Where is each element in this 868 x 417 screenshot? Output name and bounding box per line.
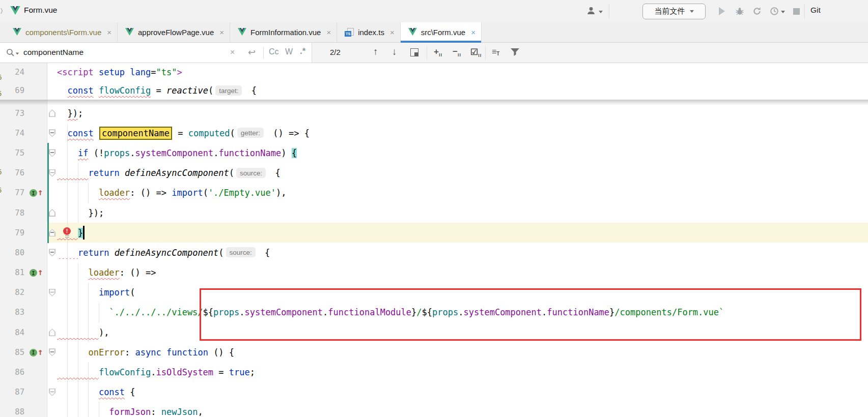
next-occurrence-icon[interactable]: ↓ [392,46,397,57]
error-bulb-icon[interactable]: ! [63,227,72,239]
code-text: const { [57,387,135,397]
clipped-digit-fragment: 6 [0,73,4,81]
divider [609,4,609,18]
tab-label: index.ts [358,28,384,37]
run-icon[interactable] [719,7,725,15]
editor-tab[interactable]: components\Form.vue× [5,22,118,42]
code-line-24[interactable]: 24<script setup lang="ts"> [0,63,868,81]
profiler-icon[interactable] [770,7,779,18]
fold-marker-icon[interactable] [49,348,55,356]
code-editor[interactable]: 73 });74 const componentName = computed(… [0,103,868,417]
code-token: . [239,307,244,317]
code-token: { [246,85,256,96]
code-line-76[interactable]: 76 return defineAsyncComponent(source: { [0,163,868,183]
whole-words-toggle[interactable]: W [285,47,293,56]
code-token: } [609,307,614,317]
add-occurrence-icon[interactable]: +II [434,47,442,57]
code-text: const componentName = computed(getter: (… [57,128,310,138]
code-line-69[interactable]: 69 const flowConfig = reactive(target: { [0,81,868,100]
profiler-caret-icon[interactable] [781,11,785,13]
run-config-caret-icon [690,10,694,13]
code-line-79[interactable]: 79! } [0,223,868,243]
close-tab-icon[interactable]: × [390,28,395,37]
line-number: 85 [0,348,24,357]
coverage-icon[interactable] [752,7,762,18]
filter-lines-icon[interactable]: ≡T [492,47,499,56]
code-token: <script [57,67,94,77]
editor-tab[interactable]: src\Form.vue× [401,22,482,42]
code-line-87[interactable]: 87 const { [0,382,868,402]
fold-marker-icon[interactable] [49,149,55,157]
code-line-74[interactable]: 74 const componentName = computed(getter… [0,123,868,143]
select-all-occurrences-icon[interactable]: ☑II [470,47,482,57]
code-line-85[interactable]: 85I↑ onError: async function () { [0,342,868,362]
code-token [57,387,99,397]
code-token: ) [281,148,291,158]
editor-tab[interactable]: approveFlowPage.vue× [118,22,230,42]
user-dropdown-caret-icon[interactable] [599,11,603,13]
debug-icon[interactable] [735,7,744,18]
code-line-88[interactable]: 88 formJson: newJson, [0,402,868,417]
code-line-86[interactable]: 86 flowConfig.isOldSystem = true; [0,362,868,382]
titlebar: 〉 Form.vue 当前文件 Git [0,0,868,23]
search-input[interactable]: componentName [23,48,83,57]
git-menu-label[interactable]: Git [810,6,821,15]
fold-marker-icon[interactable] [49,109,55,117]
code-line-75[interactable]: 75 if (!props.systemComponent.functionNa… [0,143,868,163]
code-token: . [130,148,135,158]
fold-marker-icon[interactable] [49,229,55,236]
search-options-caret-icon[interactable] [16,53,19,55]
implementation-marker-icon[interactable]: I↑ [30,348,46,358]
code-line-81[interactable]: 81I↑ loader: () => [0,263,868,283]
close-tab-icon[interactable]: × [219,28,224,37]
code-line-80[interactable]: 80 return defineAsyncComponent(source: { [0,243,868,262]
code-line-82[interactable]: 82 import( [0,283,868,303]
code-token: ( [130,287,135,297]
newline-icon[interactable]: ↩ [248,47,256,58]
code-token: ( [208,85,213,96]
fold-marker-icon[interactable] [49,249,55,256]
code-token: : () => [130,188,172,198]
stop-icon[interactable] [793,8,800,15]
implementation-marker-icon[interactable]: I↑ [30,188,46,198]
editor-tab[interactable]: FormInformation.vue× [230,22,337,42]
code-line-84[interactable]: 84 ), [0,322,868,342]
clear-search-icon[interactable]: × [230,48,235,57]
search-icon[interactable] [6,48,15,59]
code-token: reactive [166,85,208,96]
code-token [120,168,125,178]
fold-marker-icon[interactable] [49,129,55,137]
line-number: 81 [0,268,24,277]
code-token: ( [229,168,234,178]
close-tab-icon[interactable]: × [107,28,111,37]
user-icon[interactable] [586,6,596,17]
tab-label: components\Form.vue [25,28,101,37]
code-token: = [151,67,156,77]
close-tab-icon[interactable]: × [471,28,475,37]
code-text: }); [57,208,104,218]
fold-marker-icon[interactable] [49,209,55,217]
run-configuration-dropdown[interactable]: 当前文件 [642,4,706,19]
line-number: 86 [0,368,24,377]
fold-marker-icon[interactable] [49,289,55,296]
previous-occurrence-icon[interactable]: ↑ [373,46,378,57]
regex-toggle[interactable]: .* [300,46,305,56]
sticky-shadow [0,100,868,105]
find-bar: componentName × ↩ Cc W .* 2/2 ↑ ↓ +II −I… [0,43,868,63]
implementation-marker-icon[interactable]: I↑ [30,268,46,278]
code-line-73[interactable]: 73 }); [0,103,868,123]
code-line-78[interactable]: 78 }); [0,203,868,223]
open-in-find-window-icon[interactable] [410,48,418,56]
close-tab-icon[interactable]: × [326,28,331,37]
match-case-toggle[interactable]: Cc [269,47,279,56]
code-text: if (!props.systemComponent.functionName)… [57,148,297,158]
code-token: ( [203,188,208,198]
code-line-83[interactable]: 83 `./../../../views/${props.systemCompo… [0,303,868,322]
fold-marker-icon[interactable] [49,389,55,396]
remove-occurrence-icon[interactable]: −II [453,47,461,57]
fold-marker-icon[interactable] [49,329,55,336]
editor-tab[interactable]: TSindex.ts× [337,22,400,42]
vue-file-icon [13,28,21,37]
code-line-77[interactable]: 77I↑ loader: () => import('./Empty.vue')… [0,183,868,203]
fold-marker-icon[interactable] [49,169,55,177]
